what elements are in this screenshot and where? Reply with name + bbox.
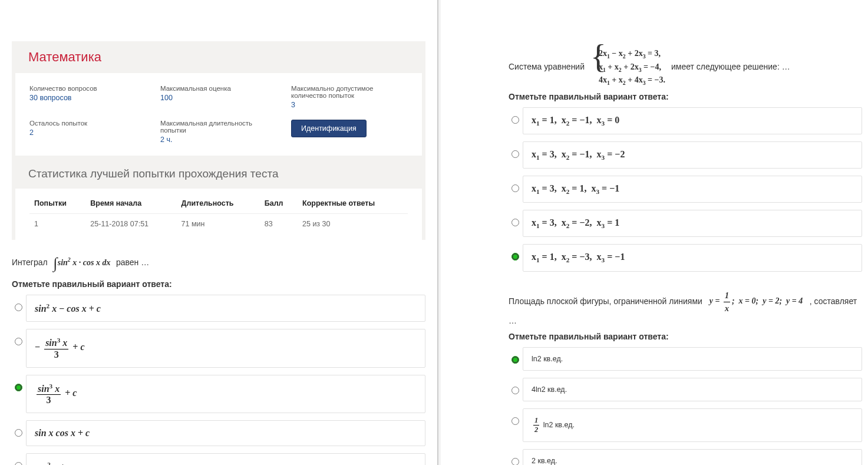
- q2-suffix: имеет следующее решение: …: [671, 62, 790, 71]
- stats-td: 71 мин: [177, 214, 260, 235]
- answer-radio[interactable]: [511, 458, 519, 465]
- answer-option[interactable]: x1 = 1, x2 = −1, x3 = 0: [523, 107, 862, 134]
- answer-radio[interactable]: [511, 219, 519, 226]
- answer-radio[interactable]: [15, 304, 22, 311]
- answer-radio[interactable]: [511, 116, 519, 124]
- identify-cell: Идентификация: [291, 120, 408, 144]
- identify-button[interactable]: Идентификация: [291, 120, 367, 137]
- answer-row: x1 = 3, x2 = −1, x3 = −2: [509, 141, 862, 169]
- info-cell: Максимальная оценка 100: [160, 85, 277, 109]
- q2-system: 2x1 − x2 + 2x3 = 3, x1 + x2 + 2x3 = −4, …: [590, 47, 665, 87]
- q3-math: y = 1x; x = 0; y = 2; y = 4: [709, 296, 805, 305]
- test-card: Математика Количество вопросов 30 вопрос…: [12, 41, 425, 240]
- info-value: 3: [291, 101, 408, 109]
- q3-prefix: Площадь плоской фигуры, ограниченной лин…: [509, 296, 702, 305]
- answer-row: 4ln2 кв.ед.: [509, 378, 862, 401]
- stats-td: 25-11-2018 07:51: [85, 214, 176, 235]
- info-value: 2 ч.: [160, 136, 277, 144]
- info-label: Максимально допустимое количество попыто…: [291, 85, 408, 99]
- q2-prompt: Система уравнений 2x1 − x2 + 2x3 = 3, x1…: [509, 47, 862, 87]
- left-panel: Математика Количество вопросов 30 вопрос…: [0, 0, 437, 465]
- info-value: 30 вопросов: [29, 94, 146, 102]
- q1-instr: Отметьте правильный вариант ответа:: [12, 279, 425, 289]
- answer-tail: ln2 кв.ед.: [543, 420, 575, 428]
- info-cell: Количество вопросов 30 вопросов: [29, 85, 146, 109]
- answer-option[interactable]: x1 = 3, x2 = −2, x3 = 1: [523, 210, 862, 237]
- stats-th: Корректные ответы: [298, 193, 408, 214]
- info-cell: Максимальная длительность попытки 2 ч.: [160, 120, 277, 144]
- answer-row: sin x cos x + c: [12, 420, 425, 446]
- answer-row: cos2 x + c: [12, 453, 425, 465]
- answer-option[interactable]: − sin3 x3 + c: [26, 329, 425, 367]
- answer-radio[interactable]: [15, 429, 22, 437]
- answer-row: 12 ln2 кв.ед.: [509, 408, 862, 442]
- info-label: Максимальная длительность попытки: [160, 120, 277, 134]
- q1-prefix: Интеграл: [12, 258, 48, 267]
- card-title: Математика: [12, 41, 425, 73]
- eq-line: 2x1 − x2 + 2x3 = 3,: [599, 49, 661, 58]
- answer-option[interactable]: sin x cos x + c: [26, 420, 425, 446]
- answer-row: sin2 x − cos x + c: [12, 295, 425, 322]
- stats-th: Балл: [260, 193, 298, 214]
- card-body: Количество вопросов 30 вопросов Максимал…: [15, 73, 422, 156]
- q2-prefix: Система уравнений: [509, 62, 585, 71]
- answer-row: x1 = 1, x2 = −1, x3 = 0: [509, 107, 862, 134]
- answer-radio[interactable]: [511, 253, 519, 260]
- q2-instr: Отметьте правильный вариант ответа:: [509, 92, 862, 101]
- answer-radio[interactable]: [15, 462, 22, 465]
- right-panel: Система уравнений 2x1 − x2 + 2x3 = 3, x1…: [441, 0, 868, 465]
- table-row: 1 25-11-2018 07:51 71 мин 83 25 из 30: [29, 214, 408, 235]
- answer-option[interactable]: x1 = 3, x2 = 1, x3 = −1: [523, 176, 862, 203]
- answer-row: x1 = 1, x2 = −3, x3 = −1: [509, 244, 862, 271]
- q3-prompt: Площадь плоской фигуры, ограниченной лин…: [509, 289, 862, 327]
- answer-radio[interactable]: [511, 184, 519, 192]
- answer-radio[interactable]: [511, 387, 519, 394]
- answer-row: − sin3 x3 + c: [12, 329, 425, 367]
- answer-radio[interactable]: [15, 384, 22, 391]
- q3-instr: Отметьте правильный вариант ответа:: [509, 332, 862, 341]
- q1-integral: ∫sin2 x · cos x dx: [54, 258, 113, 267]
- answer-radio[interactable]: [15, 338, 22, 345]
- stats-td: 83: [260, 214, 298, 235]
- stats-td: 25 из 30: [298, 214, 408, 235]
- page-root: Математика Количество вопросов 30 вопрос…: [0, 0, 868, 465]
- stats-td: 1: [29, 214, 85, 235]
- stats-header: Статистика лучшей попытки прохождения те…: [12, 159, 425, 189]
- answer-option[interactable]: x1 = 3, x2 = −1, x3 = −2: [523, 141, 862, 169]
- info-cell: Максимально допустимое количество попыто…: [291, 85, 408, 109]
- answer-option[interactable]: x1 = 1, x2 = −3, x3 = −1: [523, 244, 862, 271]
- q1-suffix: равен …: [116, 258, 149, 267]
- stats-th: Попытки: [29, 193, 85, 214]
- answer-option[interactable]: sin2 x − cos x + c: [26, 295, 425, 322]
- stats-th: Время начала: [85, 193, 176, 214]
- answer-row: 2 кв.ед.: [509, 449, 862, 465]
- info-value: 100: [160, 94, 277, 102]
- info-label: Количество вопросов: [29, 85, 146, 92]
- stats-body: Попытки Время начала Длительность Балл К…: [15, 189, 422, 240]
- info-label: Осталось попыток: [29, 120, 146, 127]
- answer-radio[interactable]: [511, 356, 519, 364]
- answer-option[interactable]: ln2 кв.ед.: [523, 347, 862, 371]
- answer-row: sin3 x3 + c: [12, 375, 425, 413]
- answer-radio[interactable]: [511, 417, 519, 425]
- answer-row: x1 = 3, x2 = 1, x3 = −1: [509, 176, 862, 203]
- answer-row: ln2 кв.ед.: [509, 347, 862, 371]
- stats-table: Попытки Время начала Длительность Балл К…: [29, 193, 408, 234]
- answer-option[interactable]: 2 кв.ед.: [523, 449, 862, 465]
- answer-radio[interactable]: [511, 150, 519, 158]
- answer-option[interactable]: 12 ln2 кв.ед.: [523, 408, 862, 442]
- answer-option[interactable]: sin3 x3 + c: [26, 375, 425, 413]
- answer-option[interactable]: cos2 x + c: [26, 453, 425, 465]
- info-cell: Осталось попыток 2: [29, 120, 146, 144]
- q1-prompt: Интеграл ∫sin2 x · cos x dx равен …: [12, 252, 425, 275]
- info-label: Максимальная оценка: [160, 85, 277, 92]
- info-grid: Количество вопросов 30 вопросов Максимал…: [29, 85, 408, 144]
- answer-row: x1 = 3, x2 = −2, x3 = 1: [509, 210, 862, 237]
- info-value: 2: [29, 128, 146, 137]
- eq-line: x1 + x2 + 2x3 = −4,: [599, 62, 661, 71]
- eq-line: 4x1 + x2 + 4x3 = −3.: [599, 75, 665, 84]
- answer-option[interactable]: 4ln2 кв.ед.: [523, 378, 862, 401]
- stats-th: Длительность: [177, 193, 260, 214]
